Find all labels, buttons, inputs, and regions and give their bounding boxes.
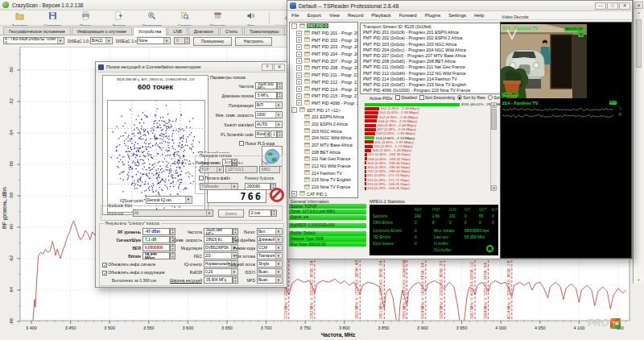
expand-icon[interactable]: + <box>296 100 302 106</box>
tree-item[interactable]: +PMT PID 204 - Progr. 204 <box>290 51 357 58</box>
input-stream-select[interactable]: Single▼ <box>257 260 283 267</box>
tab-lnb[interactable]: LNB <box>167 27 188 35</box>
tree-item[interactable]: +PMT PID 215 - Progr. 215 <box>290 93 357 100</box>
sort-descending-checkbox[interactable] <box>419 95 424 100</box>
pls-stepper[interactable]: ▲▼ <box>277 131 283 138</box>
toolbar-button-print[interactable]: Печать <box>69 10 102 25</box>
disabled-checkbox[interactable] <box>395 95 400 100</box>
scroll-down-icon[interactable]: ▼ <box>634 278 644 282</box>
diseqc10-select[interactable]: B/A(2)▼ <box>90 37 113 44</box>
tree-item[interactable]: +PMT PID 203 - Progr. 203 <box>290 44 357 51</box>
menu-file[interactable]: File <box>287 13 303 18</box>
expand-icon[interactable]: - <box>291 107 297 113</box>
menu-record[interactable]: Record <box>344 13 367 18</box>
expand-icon[interactable]: + <box>296 73 302 78</box>
tab-устройства[interactable]: Устройства <box>133 27 167 35</box>
detect-period-stepper[interactable]: ▲▼ <box>271 209 277 217</box>
tree-item[interactable]: 207 MTV Base Africa <box>290 142 357 149</box>
tab-стиль[interactable]: Стиль <box>220 27 243 35</box>
detect-button[interactable]: Detect <box>218 209 244 218</box>
tree-item[interactable]: 204 NGC Wild Africa <box>290 135 357 142</box>
tree-item[interactable]: 211 Nat Geo France <box>290 155 357 163</box>
carrier-width-label[interactable]: Ширина несущей <box>167 278 202 283</box>
tree-item[interactable]: 202 ESPN 2 Africa <box>290 121 357 128</box>
issyi-select[interactable]: Выкл.▼ <box>257 268 283 276</box>
iqscan-point-select[interactable]: Demod IQ out▼ <box>146 196 192 204</box>
tuner-select[interactable]: 4 - TBS 6908 DVBS/S2 Tuner 3▼ <box>3 37 64 44</box>
pid-bar-row[interactable]: 616 (0.29% - 168.25 Kbps) <box>365 186 490 190</box>
expand-icon[interactable]: + <box>296 58 302 64</box>
pilot-select[interactable]: Вкл.▼ <box>257 228 283 235</box>
tree-item[interactable]: +PMT PID 212 - Progr. 212 <box>290 79 357 86</box>
polarization-select[interactable]: В/П▼ <box>255 102 283 109</box>
tree-item[interactable]: +PMT PID 201 - Progr. 201 <box>290 30 357 37</box>
scroll-up-icon[interactable]: ▲ <box>491 102 497 108</box>
expand-icon[interactable]: + <box>296 44 302 50</box>
pls-value-field[interactable]: 1 <box>270 131 277 138</box>
stream-to-file-checkbox[interactable] <box>199 176 204 180</box>
expand-icon[interactable]: + <box>296 31 302 36</box>
positioner-button[interactable]: Позиционер <box>193 37 232 46</box>
tree-item[interactable]: -PAT PID 0 <box>290 23 357 30</box>
close-button[interactable]: ✕ <box>274 64 285 71</box>
menu-forward[interactable]: Forward <box>395 13 421 18</box>
toolbar-button-comb[interactable]: Шерстить <box>201 10 234 25</box>
freq-field[interactable]: 3928,300 МГц <box>255 82 277 89</box>
tree-item[interactable]: +PMT PID 207 - Progr. 207 <box>290 57 357 64</box>
close-icon[interactable]: ✕ <box>634 2 643 9</box>
scrollbar-thumb[interactable] <box>491 109 497 130</box>
update-modulation-checkbox[interactable]: ✓ <box>102 271 107 276</box>
range-field[interactable]: 5 МГц <box>255 92 277 99</box>
menu-export[interactable]: Export <box>303 13 325 18</box>
stream-type-select[interactable]: Transport▼ <box>257 252 283 259</box>
menu-plugins[interactable]: Plugins <box>421 13 445 18</box>
expand-icon[interactable]: + <box>296 79 302 85</box>
expand-icon[interactable]: - <box>291 23 297 29</box>
npd-select[interactable]: Выкл.▼ <box>257 276 283 284</box>
scrollbar-thumb[interactable] <box>636 19 642 68</box>
toolbar-button-open[interactable]: Загрузить <box>3 10 36 25</box>
tree-item[interactable]: -SDT PID 17 <11> <box>290 106 357 114</box>
frame-type-select[interactable]: Длинный▼ <box>257 236 283 243</box>
maximize-button[interactable]: □ <box>607 2 618 10</box>
toolbar-button-save[interactable]: Сохранить <box>36 10 69 25</box>
tree-item[interactable]: +PMT PID 4096 - Progr. 216 <box>290 100 357 107</box>
position-stepper[interactable]: ▲▼ <box>184 37 190 44</box>
sort-by-pid-radio[interactable] <box>488 95 493 100</box>
tree-item[interactable]: +PMT PID 202 - Progr. 202 <box>290 36 357 44</box>
freq-stepper[interactable]: ▲▼ <box>277 82 283 89</box>
tree-item[interactable]: +PMT PID 211 - Progr. 211 <box>290 72 357 79</box>
tab-информация-о-спутнике[interactable]: Информация о спутнике <box>72 27 132 35</box>
sort-by-rate-radio[interactable] <box>457 95 462 100</box>
menu-settings[interactable]: Settings <box>444 13 470 18</box>
help-button[interactable]: ? <box>262 64 273 71</box>
expand-icon[interactable]: + <box>296 37 302 43</box>
tree-item[interactable]: 214 Fashion TV <box>290 169 357 176</box>
pls-mode-select[interactable]: Root▼ <box>255 131 270 138</box>
tree-item[interactable]: 215 Nina TV English <box>290 176 357 184</box>
minimize-button[interactable]: — <box>595 2 606 10</box>
toolbar-button-sound[interactable]: Звук <box>234 10 267 25</box>
configure-button[interactable]: Настроить <box>235 37 272 46</box>
tab-транспондеры[interactable]: Транспондеры <box>244 27 285 35</box>
expand-icon[interactable]: + <box>296 52 302 57</box>
stop-button[interactable] <box>270 188 284 202</box>
scroll-up-icon[interactable]: ▲ <box>634 10 644 15</box>
expand-icon[interactable]: + <box>296 86 302 92</box>
search-standard-select[interactable]: AUTO▼ <box>255 121 283 128</box>
scroll-down-icon[interactable]: ▼ <box>491 185 497 191</box>
toolbar-button-zoom[interactable]: Увеличение <box>135 10 168 25</box>
tab-географическое-положение[interactable]: Географическое положение <box>3 27 71 35</box>
tree-item[interactable]: 208 BET Africa <box>290 148 357 155</box>
close-button[interactable]: ✕ <box>619 2 630 10</box>
tree-item[interactable]: 216 Nina TV France <box>290 184 357 191</box>
expand-icon[interactable]: + <box>296 65 302 71</box>
menu-playback[interactable]: Playback <box>367 13 394 18</box>
menu-help[interactable]: Help <box>470 13 488 18</box>
toolbar-button-scan[interactable]: Сканить <box>168 10 201 25</box>
expand-icon[interactable]: + <box>291 191 297 197</box>
toolbar-button-export[interactable]: Экспорт <box>102 10 135 25</box>
update-signal-checkbox[interactable]: ✓ <box>102 263 107 267</box>
tree-item[interactable]: +PMT PID 214 - Progr. 214 <box>290 85 357 93</box>
tree-item[interactable]: 203 NGC Africa <box>290 127 357 135</box>
